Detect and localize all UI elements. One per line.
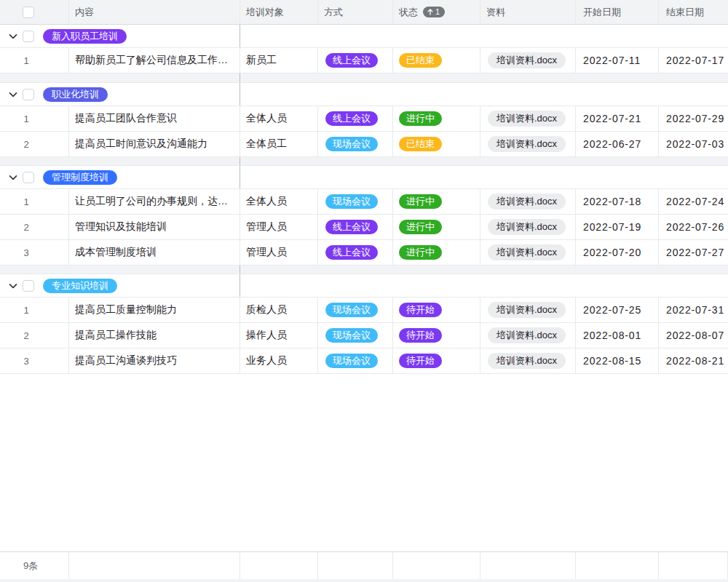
status-cell[interactable]: 待开始 <box>393 348 480 373</box>
audience-cell[interactable]: 质检人员 <box>240 298 318 322</box>
attachment-pill[interactable]: 培训资料.docx <box>488 353 566 369</box>
row-number-cell[interactable]: 1 <box>0 106 69 131</box>
row-number-cell[interactable]: 1 <box>0 48 69 73</box>
chevron-down-icon[interactable] <box>9 90 17 99</box>
group-select-checkbox[interactable] <box>23 31 34 42</box>
material-cell[interactable]: 培训资料.docx <box>480 106 576 131</box>
row-number-cell[interactable]: 2 <box>0 215 69 239</box>
attachment-pill[interactable]: 培训资料.docx <box>488 194 566 210</box>
audience-cell[interactable]: 全体员工 <box>240 132 318 156</box>
start-date-cell[interactable]: 2022-08-15 <box>576 348 659 373</box>
audience-cell[interactable]: 管理人员 <box>240 240 318 265</box>
material-cell[interactable]: 培训资料.docx <box>480 348 576 373</box>
method-cell[interactable]: 现场会议 <box>318 298 393 322</box>
row-number-cell[interactable]: 1 <box>0 298 69 322</box>
column-header-start-date[interactable]: 开始日期 <box>576 0 659 24</box>
material-cell[interactable]: 培训资料.docx <box>480 240 576 265</box>
column-header-material[interactable]: 资料 <box>480 0 576 24</box>
method-cell[interactable]: 现场会议 <box>318 348 393 373</box>
row-number-cell[interactable]: 2 <box>0 132 69 156</box>
status-cell[interactable]: 待开始 <box>393 323 480 348</box>
chevron-down-icon[interactable] <box>9 32 17 41</box>
method-cell[interactable]: 线上会议 <box>318 106 393 131</box>
end-date-cell[interactable]: 2022-07-24 <box>659 189 728 214</box>
start-date-cell[interactable]: 2022-07-21 <box>576 106 659 131</box>
attachment-pill[interactable]: 培训资料.docx <box>488 111 566 127</box>
method-cell[interactable]: 现场会议 <box>318 132 393 156</box>
material-cell[interactable]: 培训资料.docx <box>480 323 576 348</box>
group-select-checkbox[interactable] <box>23 280 34 292</box>
column-header-method[interactable]: 方式 <box>318 0 393 24</box>
status-cell[interactable]: 待开始 <box>393 298 480 322</box>
sort-badge[interactable]: 1 <box>423 7 445 17</box>
row-number-cell[interactable]: 1 <box>0 189 69 214</box>
end-date-cell[interactable]: 2022-08-07 <box>659 323 728 348</box>
start-date-cell[interactable]: 2022-07-11 <box>576 48 659 73</box>
audience-cell[interactable]: 管理人员 <box>240 215 318 239</box>
status-cell[interactable]: 进行中 <box>393 189 480 214</box>
end-date-cell[interactable]: 2022-08-21 <box>659 348 728 373</box>
material-cell[interactable]: 培训资料.docx <box>480 298 576 322</box>
audience-cell[interactable]: 业务人员 <box>240 348 318 373</box>
end-date-cell[interactable]: 2022-07-17 <box>659 48 728 73</box>
group-name-badge[interactable]: 新入职员工培训 <box>43 29 127 44</box>
chevron-down-icon[interactable] <box>9 282 17 290</box>
chevron-down-icon[interactable] <box>9 173 17 182</box>
start-date-cell[interactable]: 2022-07-19 <box>576 215 659 239</box>
audience-cell[interactable]: 全体人员 <box>240 106 318 131</box>
audience-cell[interactable]: 新员工 <box>240 48 318 73</box>
content-cell[interactable]: 帮助新员工了解公司信息及工作… <box>69 48 240 73</box>
end-date-cell[interactable]: 2022-07-27 <box>659 240 728 265</box>
start-date-cell[interactable]: 2022-07-18 <box>576 189 659 214</box>
group-name-badge[interactable]: 管理制度培训 <box>43 170 117 185</box>
column-header-status[interactable]: 状态 1 <box>393 0 480 24</box>
audience-cell[interactable]: 全体人员 <box>240 189 318 214</box>
column-header-content[interactable]: 内容 <box>69 0 240 24</box>
attachment-pill[interactable]: 培训资料.docx <box>488 219 566 235</box>
start-date-cell[interactable]: 2022-08-01 <box>576 323 659 348</box>
start-date-cell[interactable]: 2022-07-25 <box>576 298 659 322</box>
group-select-checkbox[interactable] <box>23 89 34 100</box>
content-cell[interactable]: 管理知识及技能培训 <box>69 215 240 239</box>
content-cell[interactable]: 提高员工操作技能 <box>69 323 240 348</box>
content-cell[interactable]: 让员工明了公司的办事规则，达… <box>69 189 240 214</box>
status-cell[interactable]: 进行中 <box>393 106 480 131</box>
group-name-badge[interactable]: 职业化培训 <box>43 87 108 102</box>
method-cell[interactable]: 现场会议 <box>318 323 393 348</box>
column-header-end-date[interactable]: 结束日期 <box>659 0 728 24</box>
group-name-badge[interactable]: 专业知识培训 <box>43 279 117 293</box>
method-cell[interactable]: 线上会议 <box>318 48 393 73</box>
material-cell[interactable]: 培训资料.docx <box>480 132 576 156</box>
end-date-cell[interactable]: 2022-07-31 <box>659 298 728 322</box>
material-cell[interactable]: 培训资料.docx <box>480 48 576 73</box>
attachment-pill[interactable]: 培训资料.docx <box>488 302 566 318</box>
content-cell[interactable]: 提高员工时间意识及沟通能力 <box>69 132 240 156</box>
attachment-pill[interactable]: 培训资料.docx <box>488 244 566 260</box>
content-cell[interactable]: 提高员工沟通谈判技巧 <box>69 348 240 373</box>
status-cell[interactable]: 已结束 <box>393 132 480 156</box>
audience-cell[interactable]: 操作人员 <box>240 323 318 348</box>
row-number-cell[interactable]: 2 <box>0 323 69 348</box>
group-select-checkbox[interactable] <box>23 172 34 183</box>
select-all-checkbox[interactable] <box>23 7 34 18</box>
end-date-cell[interactable]: 2022-07-29 <box>659 106 728 131</box>
method-cell[interactable]: 现场会议 <box>318 189 393 214</box>
method-cell[interactable]: 线上会议 <box>318 215 393 239</box>
status-cell[interactable]: 已结束 <box>393 48 480 73</box>
start-date-cell[interactable]: 2022-06-27 <box>576 132 659 156</box>
status-cell[interactable]: 进行中 <box>393 240 480 265</box>
attachment-pill[interactable]: 培训资料.docx <box>488 136 566 152</box>
row-number-cell[interactable]: 3 <box>0 348 69 373</box>
column-header-audience[interactable]: 培训对象 <box>240 0 318 24</box>
row-number-cell[interactable]: 3 <box>0 240 69 265</box>
end-date-cell[interactable]: 2022-07-03 <box>659 132 728 156</box>
status-cell[interactable]: 进行中 <box>393 215 480 239</box>
attachment-pill[interactable]: 培训资料.docx <box>488 327 566 343</box>
start-date-cell[interactable]: 2022-07-20 <box>576 240 659 265</box>
content-cell[interactable]: 提高员工团队合作意识 <box>69 106 240 131</box>
attachment-pill[interactable]: 培训资料.docx <box>488 52 566 68</box>
content-cell[interactable]: 成本管理制度培训 <box>69 240 240 265</box>
material-cell[interactable]: 培训资料.docx <box>480 189 576 214</box>
content-cell[interactable]: 提高员工质量控制能力 <box>69 298 240 322</box>
material-cell[interactable]: 培训资料.docx <box>480 215 576 239</box>
